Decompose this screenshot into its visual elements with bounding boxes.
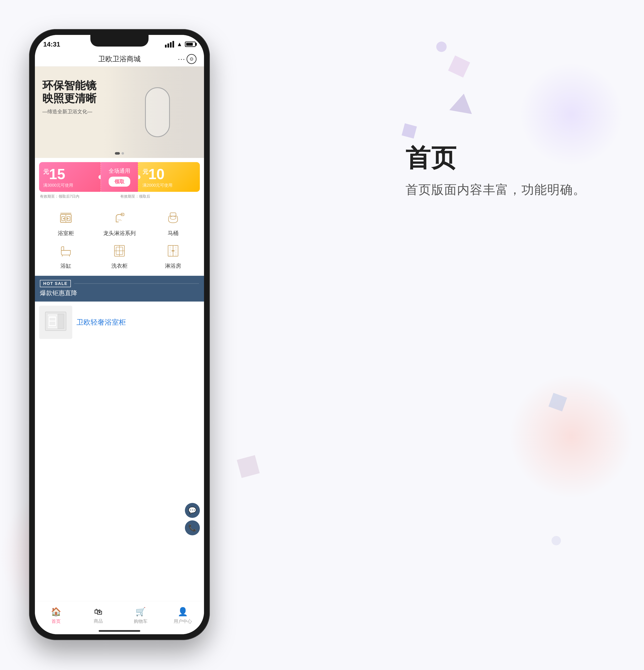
scroll-content: 环保智能镜映照更清晰 —缔造全新卫浴文化— 元 15 <box>35 67 204 601</box>
matong-label: 马桶 <box>168 230 178 237</box>
svg-rect-26 <box>58 314 64 329</box>
coupon-amount-1: 元 15 <box>43 166 96 183</box>
nav-item-home[interactable]: 🏠 首页 <box>35 601 77 634</box>
linyufang-label: 淋浴房 <box>165 262 181 269</box>
app-header: 卫欧卫浴商城 ··· ⊙ <box>35 52 204 67</box>
home-nav-label: 首页 <box>52 618 61 625</box>
deco-square-4 <box>237 455 260 478</box>
coupon-yuan-2: 元 <box>142 168 148 176</box>
coupon-condition-2: 满2000元可使用 <box>142 183 196 188</box>
svg-point-5 <box>63 218 64 219</box>
status-icons: ▲ <box>165 41 196 48</box>
coupon-validity-1: 有效期至：领取后7日内 <box>39 194 120 199</box>
page-description-section: 首页 首页版面内容丰富，功能明确。 <box>406 141 586 198</box>
coupon-type: 全场通用 <box>109 167 130 175</box>
home-indicator <box>99 630 140 632</box>
svg-point-13 <box>170 216 176 219</box>
status-time: 14:31 <box>43 41 60 48</box>
product-card[interactable]: 卫欧轻奢浴室柜 <box>35 302 204 343</box>
yushigui-label: 浴室柜 <box>58 230 74 237</box>
coupon-validity-row: 有效期至：领取后7日内 有效期至：领取后 <box>35 194 204 202</box>
home-nav-icon: 🏠 <box>51 607 61 617</box>
page-subtitle: 首页版面内容丰富，功能明确。 <box>406 182 586 198</box>
category-item-yugang[interactable]: 浴缸 <box>39 241 93 269</box>
bg-decoration-salmon <box>509 374 634 499</box>
coupon-section: 元 15 满3000元可使用 全场通用 领取 元 10 <box>35 158 204 194</box>
deco-circle-2 <box>551 536 561 545</box>
coupon-left[interactable]: 元 15 满3000元可使用 <box>39 162 100 192</box>
scan-button[interactable]: ⊙ <box>187 54 196 64</box>
svg-line-10 <box>119 219 120 221</box>
svg-point-22 <box>172 250 173 252</box>
linyufang-icon <box>164 241 182 260</box>
coupon-condition-1: 满3000元可使用 <box>43 183 96 188</box>
phone-shell: 14:31 ▲ 卫欧卫浴商城 ··· <box>29 29 210 640</box>
phone-float-button[interactable]: 📞 <box>185 520 200 535</box>
category-section: 浴室柜 <box>35 202 204 276</box>
banner-dot-2[interactable] <box>122 152 124 155</box>
user-nav-icon: 👤 <box>178 607 188 617</box>
product-name: 卫欧轻奢浴室柜 <box>77 318 126 327</box>
category-item-xiyigui[interactable]: 洗衣柜 <box>93 241 146 269</box>
coupon-center: 全场通用 领取 <box>100 162 138 192</box>
hero-banner[interactable]: 环保智能镜映照更清晰 —缔造全新卫浴文化— <box>35 67 204 158</box>
coupon-validity-2: 有效期至：领取后 <box>120 194 200 199</box>
category-item-longtou[interactable]: 龙头淋浴系列 <box>93 209 146 237</box>
mirror-shape <box>145 87 170 137</box>
yushigui-icon <box>56 209 75 227</box>
deco-square-3 <box>548 393 567 412</box>
svg-rect-28 <box>50 318 55 321</box>
nav-item-user[interactable]: 👤 用户中心 <box>162 601 204 634</box>
wifi-icon: ▲ <box>177 41 182 48</box>
hot-sale-line <box>74 283 199 284</box>
app-title: 卫欧卫浴商城 <box>98 54 141 64</box>
bottom-navigation: 🏠 首页 🛍 商品 🛒 购物车 👤 用户中心 <box>35 601 204 634</box>
category-grid: 浴室柜 <box>39 209 200 269</box>
banner-indicators <box>115 152 124 155</box>
matong-icon <box>164 209 182 227</box>
cart-nav-icon: 🛒 <box>135 607 146 617</box>
category-item-linyufang[interactable]: 淋浴房 <box>146 241 200 269</box>
coupon-yuan-1: 元 <box>43 168 49 176</box>
nav-item-shop[interactable]: 🛍 商品 <box>77 601 120 634</box>
banner-dot-1[interactable] <box>115 152 120 155</box>
scan-icon: ⊙ <box>190 56 193 62</box>
yugang-label: 浴缸 <box>60 262 71 269</box>
category-item-matong[interactable]: 马桶 <box>146 209 200 237</box>
more-button[interactable]: ··· <box>178 55 185 63</box>
battery-fill <box>186 43 193 46</box>
banner-text-block: 环保智能镜映照更清晰 —缔造全新卫浴文化— <box>42 79 96 115</box>
svg-point-23 <box>173 250 175 252</box>
hot-sale-badge: HOT SALE <box>40 280 71 287</box>
coupon-amount-2: 元 10 <box>142 166 196 183</box>
coupon-right[interactable]: 元 10 满2000元可使用 <box>138 162 200 192</box>
deco-circle-small <box>436 42 447 52</box>
hot-sale-section: HOT SALE 爆款钜惠直降 <box>35 276 204 302</box>
yugang-icon <box>56 241 75 260</box>
shop-nav-icon: 🛍 <box>94 607 102 616</box>
nav-item-cart[interactable]: 🛒 购物车 <box>120 601 162 634</box>
category-item-yushigui[interactable]: 浴室柜 <box>39 209 93 237</box>
user-nav-label: 用户中心 <box>174 618 192 625</box>
coupon-value-2: 10 <box>148 166 165 183</box>
xiyigui-label: 洗衣柜 <box>111 262 127 269</box>
svg-line-9 <box>118 219 119 221</box>
banner-subtitle: —缔造全新卫浴文化— <box>42 108 96 115</box>
svg-line-11 <box>120 219 122 221</box>
cart-nav-label: 购物车 <box>134 618 148 625</box>
longtou-icon <box>110 209 129 227</box>
product-image <box>39 306 72 339</box>
coupon-value-1: 15 <box>49 166 65 183</box>
svg-rect-12 <box>170 213 176 216</box>
deco-square-2 <box>448 55 470 78</box>
coupon-claim-button[interactable]: 领取 <box>109 177 130 187</box>
phone-mockup: 14:31 ▲ 卫欧卫浴商城 ··· <box>29 29 210 640</box>
chat-float-button[interactable]: 💬 <box>185 503 200 518</box>
deco-square-1 <box>401 123 417 138</box>
hot-sale-title: 爆款钜惠直降 <box>40 289 199 297</box>
chat-icon: 💬 <box>188 507 196 514</box>
banner-title: 环保智能镜映照更清晰 <box>42 79 96 105</box>
page-title: 首页 <box>406 141 586 175</box>
svg-point-6 <box>67 218 69 219</box>
product-thumbnail <box>43 310 68 335</box>
